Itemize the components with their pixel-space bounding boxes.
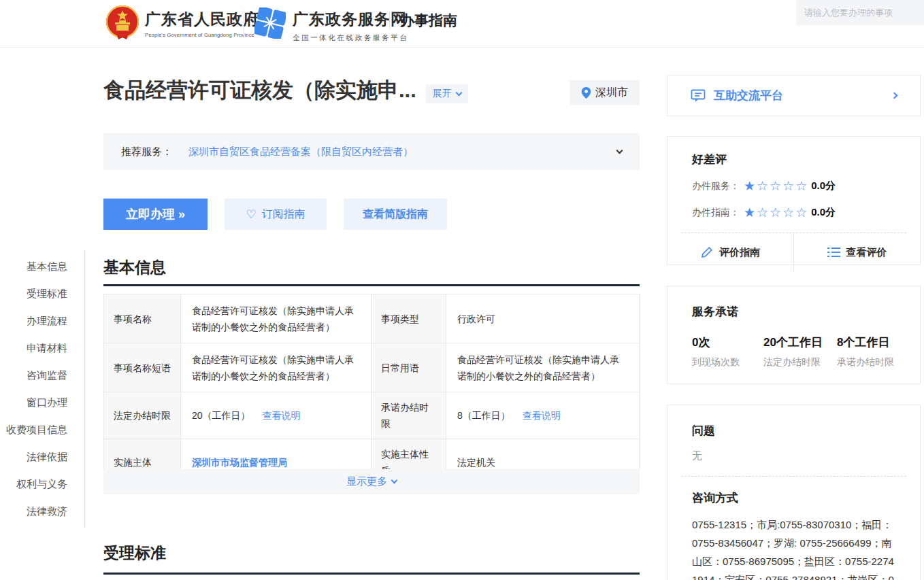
stat-value: 8个工作日 (837, 335, 894, 350)
nav-item-legal-remedy[interactable]: 法律救济 (0, 498, 84, 525)
portal-pinwheel-logo (254, 7, 286, 39)
rating-label: 办件服务： (692, 180, 740, 192)
consult-heading: 咨询方式 (692, 490, 895, 506)
service-promise-card: 服务承诺 0次 到现场次数 20个工作日 法定办结时限 8个工作日 承诺办结时限 (667, 286, 921, 384)
subscribe-guide-button[interactable]: ♡ 订阅指南 (225, 199, 327, 230)
acceptance-rule (103, 573, 640, 575)
header-divider (244, 10, 244, 37)
cell-value: 食品经营许可证核发（除实施申请人承诺制的小餐饮之外的食品经营者） (181, 343, 372, 392)
actions-row: 立即办理 » ♡ 订阅指南 查看简版指南 (103, 199, 447, 230)
search-input[interactable] (804, 7, 924, 18)
table-row: 法定办结时限 20（工作日） 查看说明 承诺办结时限 8（工作日） 查看说明 (104, 392, 640, 439)
title-expand-label: 展开 (433, 88, 452, 100)
main-content: 食品经营许可证核发（除实施申... 展开 深圳市 推荐服务： 深圳市自贸区食品经… (103, 48, 640, 580)
cell-label: 事项名称 (104, 294, 181, 343)
rating-card: 好差评 办件服务： ★☆☆☆☆ 0.0分 办件指南： ★☆☆☆☆ 0.0分 评价… (667, 136, 921, 265)
stat-label: 法定办结时限 (763, 356, 837, 369)
consult-phone-text: 0755-12315；市局:0755-83070310；福田：0755-8345… (692, 519, 894, 580)
view-evaluations-label: 查看评价 (846, 246, 887, 259)
nav-item-process[interactable]: 办理流程 (0, 307, 84, 335)
chat-bubble-icon (691, 89, 706, 103)
gov-logo-text: 广东省人民政府 People's Government of Guangdong… (145, 9, 259, 38)
cell-label: 日常用语 (372, 343, 446, 392)
portal-subtitle: 全国一体化在线政务服务平台 (293, 33, 408, 43)
table-row: 事项名称 食品经营许可证核发（除实施申请人承诺制的小餐饮之外的食品经营者） 事项… (104, 294, 640, 343)
rating-row-service: 办件服务： ★☆☆☆☆ 0.0分 (667, 178, 920, 194)
city-selector[interactable]: 深圳市 (570, 80, 640, 105)
view-explanation-link[interactable]: 查看说明 (262, 410, 300, 421)
cell-value: 20（工作日） 查看说明 (181, 392, 372, 439)
national-emblem-logo (105, 5, 139, 40)
header-divider (389, 12, 390, 29)
cell-value: 行政许可 (446, 294, 640, 343)
stat-onsite-visits: 0次 到现场次数 (692, 335, 763, 369)
nav-item-consult-supervise[interactable]: 咨询监督 (0, 362, 84, 389)
title-expand-button[interactable]: 展开 (426, 84, 468, 103)
cell-value: 8（工作日） 查看说明 (446, 392, 640, 439)
page-title: 食品经营许可证核发（除实施申... (103, 76, 416, 105)
list-icon (827, 247, 840, 258)
recommend-bar: 推荐服务： 深圳市自贸区食品经营备案（限自贸区内经营者） (103, 133, 640, 170)
nav-item-acceptance-standard[interactable]: 受理标准 (0, 280, 84, 307)
mutual-help-label: 互助交流平台 (714, 88, 783, 103)
header-section-title: 办事指南 (400, 11, 457, 30)
stat-value: 0次 (692, 335, 763, 350)
recommend-service-link[interactable]: 深圳市自贸区食品经营备案（限自贸区内经营者） (188, 146, 413, 158)
subscribe-guide-label: 订阅指南 (262, 207, 306, 222)
location-pin-icon (581, 86, 591, 99)
portal-logo-text: 广东政务服务网 全国一体化在线政务服务平台 (293, 9, 408, 43)
star-rating-icons: ★☆☆☆☆ (744, 205, 808, 220)
cell-label: 法定办结时限 (104, 392, 181, 439)
question-heading: 问题 (692, 423, 895, 439)
cell-label: 事项名称短语 (104, 343, 181, 392)
nav-item-fees[interactable]: 收费项目信息 (0, 416, 84, 443)
basic-info-table: 事项名称 食品经营许可证核发（除实施申请人承诺制的小餐饮之外的食品经营者） 事项… (103, 294, 640, 486)
rating-actions: 评价指南 查看评价 (667, 233, 920, 271)
rating-row-guide: 办件指南： ★☆☆☆☆ 0.0分 (667, 205, 920, 220)
page: 广东省人民政府 People's Government of Guangdong… (0, 0, 924, 580)
recommend-label: 推荐服务： (121, 146, 172, 158)
evaluate-guide-button[interactable]: 评价指南 (667, 233, 793, 271)
rating-heading: 好差评 (667, 137, 920, 167)
gov-title: 广东省人民政府 (145, 9, 259, 30)
view-evaluations-button[interactable]: 查看评价 (793, 233, 920, 271)
nav-item-window[interactable]: 窗口办理 (0, 389, 84, 416)
portal-title: 广东政务服务网 (293, 9, 408, 30)
table-row: 事项名称短语 食品经营许可证核发（除实施申请人承诺制的小餐饮之外的食品经营者） … (104, 343, 640, 392)
implementing-agency-link[interactable]: 深圳市市场监督管理局 (192, 457, 287, 468)
nav-item-basic-info[interactable]: 基本信息 (0, 253, 84, 280)
rating-score: 0.0分 (811, 206, 836, 219)
promise-heading: 服务承诺 (692, 304, 895, 320)
nav-item-legal-basis[interactable]: 法律依据 (0, 443, 84, 471)
section-nav: 基本信息 受理标准 办理流程 申请材料 咨询监督 窗口办理 收费项目信息 法律依… (0, 250, 85, 528)
question-content: 无 (692, 449, 895, 462)
apply-now-button[interactable]: 立即办理 » (103, 199, 208, 230)
stat-promised-limit: 8个工作日 承诺办结时限 (837, 335, 894, 369)
mutual-help-card[interactable]: 互助交流平台 (667, 75, 921, 116)
heart-icon: ♡ (246, 207, 256, 222)
recommend-collapse-icon[interactable] (616, 147, 623, 154)
show-more-label: 显示更多 (346, 475, 387, 488)
evaluate-guide-label: 评价指南 (719, 246, 760, 259)
rating-score: 0.0分 (811, 180, 836, 192)
nav-item-rights-obligations[interactable]: 权利与义务 (0, 471, 84, 498)
star-rating-icons: ★☆☆☆☆ (744, 178, 808, 194)
stat-statutory-limit: 20个工作日 法定办结时限 (763, 335, 837, 369)
show-more-button[interactable]: 显示更多 (103, 469, 640, 494)
nav-item-materials[interactable]: 申请材料 (0, 335, 84, 362)
title-row: 食品经营许可证核发（除实施申... 展开 (103, 76, 640, 105)
cell-value: 食品经营许可证核发（除实施申请人承诺制的小餐饮之外的食品经营者） (181, 294, 372, 343)
basic-info-rule (103, 284, 640, 286)
pencil-icon (701, 246, 713, 258)
dashed-divider (681, 476, 906, 477)
cell-value: 食品经营许可证核发（除实施申请人承诺制的小餐饮之外的食品经营者） (446, 343, 640, 392)
rating-label: 办件指南： (692, 207, 740, 219)
promise-stats: 0次 到现场次数 20个工作日 法定办结时限 8个工作日 承诺办结时限 (692, 335, 895, 369)
simple-guide-button[interactable]: 查看简版指南 (344, 199, 447, 230)
acceptance-heading: 受理标准 (103, 543, 166, 564)
consult-phone-numbers: 0755-12315；市局:0755-83070310；福田：0755-8345… (692, 515, 895, 580)
stat-label: 承诺办结时限 (837, 356, 894, 369)
statutory-limit-value: 20（工作日） (192, 410, 250, 421)
view-explanation-link[interactable]: 查看说明 (523, 410, 561, 421)
city-name: 深圳市 (595, 86, 628, 100)
